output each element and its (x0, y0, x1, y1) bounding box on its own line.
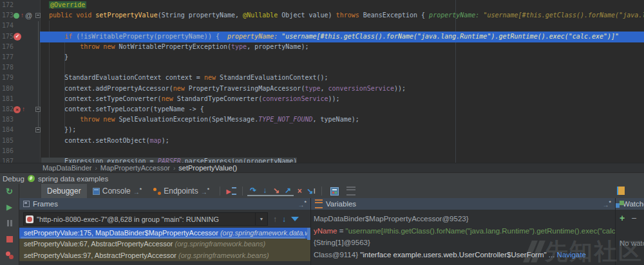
frame-row[interactable]: setPropertyValue:67, AbstractPropertyAcc… (19, 239, 310, 250)
code-line[interactable]: 181 context.setTypeConverter(new Standar… (0, 94, 644, 105)
restore-layout-icon[interactable] (346, 187, 355, 196)
variable-segment: {String[1]@9563} (314, 239, 370, 246)
variable-row[interactable]: MapDataBinder$MapPropertyAccessor@9523} (311, 213, 615, 225)
code-editor[interactable]: 172 @Override173↑@ public void setProper… (0, 0, 644, 163)
breadcrumb-separator-icon: › (170, 165, 178, 172)
watches-empty-text: No watches (620, 239, 644, 247)
run-to-cursor-icon[interactable]: ↘I (305, 187, 317, 196)
code-line[interactable]: 179 StandardEvaluationContext context = … (0, 73, 644, 84)
breakpoint-icon[interactable]: ✓ (14, 33, 21, 41)
evaluate-expression-icon[interactable] (330, 187, 339, 196)
endpoints-icon (153, 188, 161, 195)
drop-frame-icon[interactable]: × (294, 187, 305, 196)
filter-frames-icon[interactable] (291, 217, 299, 221)
code-line[interactable]: 184 }); (0, 125, 644, 136)
frames-icon (23, 201, 30, 207)
code-line[interactable]: 176 throw new NotWritablePropertyExcepti… (0, 42, 644, 53)
frames-panel: Frames →* "http-nio-8080-exec-7"@8,628 i… (19, 198, 310, 265)
code-line[interactable]: 185 context.setRootObject(map); (0, 136, 644, 147)
frame-location: setPropertyValue:175, MapDataBinder$MapP… (24, 229, 220, 237)
variables-list: MapDataBinder$MapPropertyAccessor@9523}y… (311, 210, 615, 260)
variable-row[interactable]: {String[1]@9563} (311, 237, 615, 249)
navigate-link[interactable]: Navigate (557, 251, 586, 259)
breadcrumb-item[interactable]: setPropertyValue() (178, 164, 237, 172)
code-line[interactable]: 187 Expression expression = PARSER.parse… (0, 156, 644, 163)
next-frame-icon[interactable]: ↓ (282, 215, 286, 224)
override-marker-icon[interactable] (14, 13, 19, 19)
variable-row[interactable]: yName = "username[#this.getClass().forNa… (311, 225, 615, 237)
line-number: 187 (2, 156, 15, 163)
code-line[interactable]: 173↑@ public void setPropertyValue(Strin… (0, 10, 644, 21)
debugger-control-strip: ↻ ▶ (0, 184, 19, 265)
step-into-icon[interactable]: ↓ (259, 186, 270, 196)
line-number: 182 (2, 104, 15, 114)
export-arrow-icon[interactable]: →* (602, 199, 611, 208)
line-number: 178 (2, 62, 15, 73)
code-line[interactable]: 175✓ if (!isWritableProperty(propertyNam… (0, 32, 644, 42)
code-line[interactable]: 174 (0, 21, 644, 32)
export-arrow-icon: →* (133, 187, 142, 196)
console-icon (93, 188, 100, 195)
debug-tabs-toolbar: Debugger Console →* Endpoints →* ▶ ↷ ↓ ↘… (0, 184, 644, 198)
code-line[interactable]: 180 context.addPropertyAccessor(new Prop… (0, 84, 644, 95)
line-number: 175 (2, 32, 15, 42)
frame-row[interactable]: setPropertyValues:97, AbstractPropertyAc… (19, 250, 310, 261)
stop-icon[interactable] (5, 235, 14, 244)
pause-icon[interactable] (5, 219, 14, 228)
tab-console[interactable]: Console →* (87, 184, 148, 198)
remove-watch-icon[interactable]: − (631, 213, 636, 223)
code-line[interactable]: 172 @Override (0, 0, 644, 11)
scrollbar-thumb[interactable] (307, 228, 310, 240)
variable-row[interactable]: Class@9114} "interface example.users.web… (311, 249, 615, 261)
variable-segment: "username[#this.getClass().forName("java… (346, 227, 615, 235)
variable-segment: yName (314, 227, 337, 235)
thread-row: "http-nio-8080-exec-7"@8,628 in group "m… (23, 212, 310, 226)
fold-marker[interactable] (35, 107, 41, 112)
pin-icon[interactable] (617, 187, 625, 195)
line-number: 181 (2, 94, 15, 104)
menu-icon[interactable] (315, 199, 323, 208)
breadcrumb-item[interactable]: MapPropertyAccessor (100, 164, 170, 172)
code-line[interactable]: 183 throw new SpelEvaluationException(Sp… (0, 114, 644, 125)
add-watch-icon[interactable]: + (620, 213, 625, 223)
resume-icon[interactable]: ▶ (5, 203, 14, 212)
variables-title: Variables (326, 200, 356, 208)
frame-package: (org.springframework.beans) (175, 240, 266, 248)
frame-list: setPropertyValue:175, MapDataBinder$MapP… (19, 228, 310, 261)
fold-marker[interactable] (35, 127, 41, 132)
tab-debugger[interactable]: Debugger (41, 184, 87, 198)
step-out-icon[interactable]: ↗ (282, 186, 294, 196)
tab-endpoints[interactable]: Endpoints →* (147, 184, 215, 198)
variable-segment: = (337, 227, 345, 235)
frame-location: setPropertyValues:97, AbstractPropertyAc… (24, 251, 178, 259)
fold-marker[interactable] (35, 13, 41, 18)
frame-package: (org.springframework.beans) (178, 251, 269, 259)
line-number: 177 (2, 52, 15, 62)
export-arrow-icon[interactable]: →* (298, 199, 307, 208)
method-breakpoint-icon[interactable]: × (14, 106, 21, 113)
code-line[interactable]: 182×↑ context.setTypeLocator(typeName ->… (0, 104, 644, 115)
breadcrumb-item[interactable]: MapDataBinder (43, 164, 91, 172)
previous-frame-icon[interactable]: ↑ (273, 215, 277, 224)
force-step-into-icon[interactable]: ↘ (270, 186, 282, 196)
view-breakpoints-icon[interactable] (5, 251, 14, 260)
line-number: 174 (2, 21, 15, 31)
line-number: 176 (2, 42, 15, 52)
toolbar-separator (321, 187, 322, 196)
show-execution-point-icon[interactable]: ▶ (225, 187, 238, 195)
frames-title: Frames (33, 200, 58, 208)
line-number: 173 (2, 10, 15, 21)
code-line[interactable]: 186 (0, 146, 644, 157)
rerun-icon[interactable]: ↻ (5, 187, 14, 196)
chevron-down-icon[interactable]: ▼ (255, 213, 267, 225)
watches-title: Watches (623, 200, 644, 208)
variable-segment: "interface example.users.web.UserControl… (360, 251, 546, 259)
thread-selector[interactable]: "http-nio-8080-exec-7"@8,628 in group "m… (23, 212, 268, 226)
code-line[interactable]: 178 (0, 62, 644, 73)
horizontal-scrollbar[interactable] (21, 237, 305, 239)
step-over-icon[interactable]: ↷ (247, 186, 259, 196)
up-arrow-icon: ↑ (21, 12, 24, 19)
code-line[interactable]: 177 } (0, 52, 644, 63)
variables-header: Variables →* (311, 198, 615, 210)
up-arrow-icon: ↑ (22, 106, 25, 113)
